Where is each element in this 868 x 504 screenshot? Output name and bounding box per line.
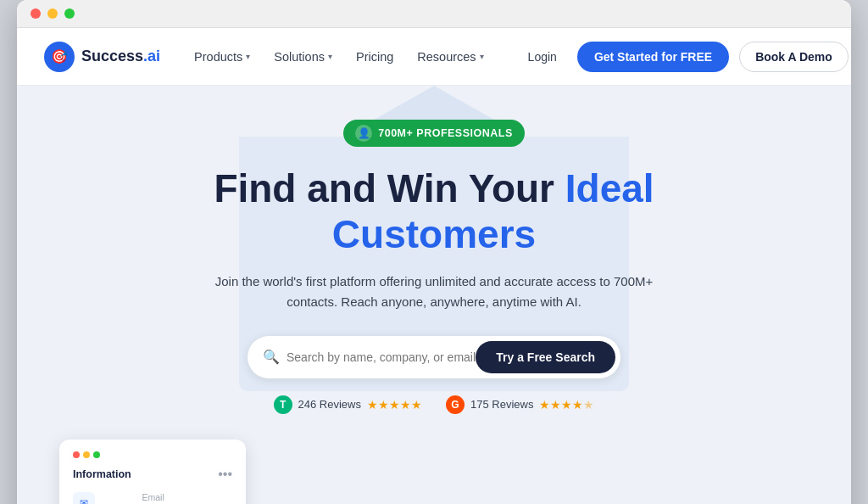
book-demo-button[interactable]: Book A Demo [739, 42, 849, 72]
hero-subtitle: Join the world's first platform offering… [214, 272, 654, 312]
traffic-light-red[interactable] [31, 8, 41, 19]
nav-link-resources[interactable]: Resources ▾ [417, 50, 483, 64]
chevron-down-icon: ▾ [480, 52, 484, 61]
chevron-down-icon: ▾ [246, 52, 250, 61]
hero-title: Find and Win Your Ideal Customers [214, 165, 654, 258]
navbar: 🎯 Success.ai Products ▾ Solutions ▾ Pric… [17, 28, 851, 86]
traffic-light-green[interactable] [64, 8, 75, 19]
card-tl-red [73, 451, 80, 458]
browser-window: 🎯 Success.ai Products ▾ Solutions ▾ Pric… [17, 0, 851, 504]
email-info-row: ✉ Email henry.arthur@info.com [73, 492, 232, 504]
traffic-light-yellow[interactable] [47, 8, 58, 19]
more-options-icon[interactable]: ••• [218, 467, 232, 482]
login-button[interactable]: Login [518, 43, 567, 70]
person-icon: 👤 [355, 125, 372, 142]
page: 🎯 Success.ai Products ▾ Solutions ▾ Pric… [17, 28, 851, 504]
star-rating-g2: ★★★★★ [539, 398, 594, 412]
professionals-badge: 👤 700M+ PROFESSIONALS [343, 120, 525, 147]
search-bar: 🔍 Try a Free Search [248, 336, 620, 378]
reviews-row: T 246 Reviews ★★★★★ G 175 Reviews ★★★★★ [274, 395, 595, 414]
trustpilot-logo: T [274, 395, 292, 414]
nav-links: Products ▾ Solutions ▾ Pricing Resources… [194, 50, 484, 64]
email-icon: ✉ [73, 492, 95, 504]
card-tl-yellow [83, 451, 90, 458]
hero-section: 👤 700M+ PROFESSIONALS Find and Win Your … [17, 86, 851, 504]
chevron-down-icon: ▾ [328, 52, 332, 61]
card-traffic-lights [73, 451, 232, 458]
browser-chrome [17, 0, 851, 28]
nav-link-pricing[interactable]: Pricing [356, 50, 393, 64]
trustpilot-review: T 246 Reviews ★★★★★ [274, 395, 422, 414]
nav-link-products[interactable]: Products ▾ [194, 50, 250, 64]
star-rating-trustpilot: ★★★★★ [367, 398, 422, 412]
search-input[interactable] [287, 350, 476, 364]
get-started-button[interactable]: Get Started for FREE [577, 42, 729, 72]
nav-link-solutions[interactable]: Solutions ▾ [274, 50, 332, 64]
email-content: Email henry.arthur@info.com [102, 492, 204, 504]
logo-icon: 🎯 [44, 42, 75, 72]
hero-bottom: Information ••• ✉ Email henry.arthur@inf… [34, 440, 834, 504]
search-button[interactable]: Try a Free Search [476, 341, 615, 373]
info-card: Information ••• ✉ Email henry.arthur@inf… [59, 440, 246, 504]
logo-text: Success.ai [81, 48, 160, 65]
search-icon: 🔍 [263, 349, 280, 365]
card-tl-green [93, 451, 100, 458]
g2-review: G 175 Reviews ★★★★★ [446, 395, 594, 414]
logo[interactable]: 🎯 Success.ai [44, 42, 160, 72]
g2-logo: G [446, 395, 465, 414]
info-card-header: Information ••• [73, 467, 232, 482]
nav-actions: Login Get Started for FREE Book A Demo [518, 42, 849, 72]
